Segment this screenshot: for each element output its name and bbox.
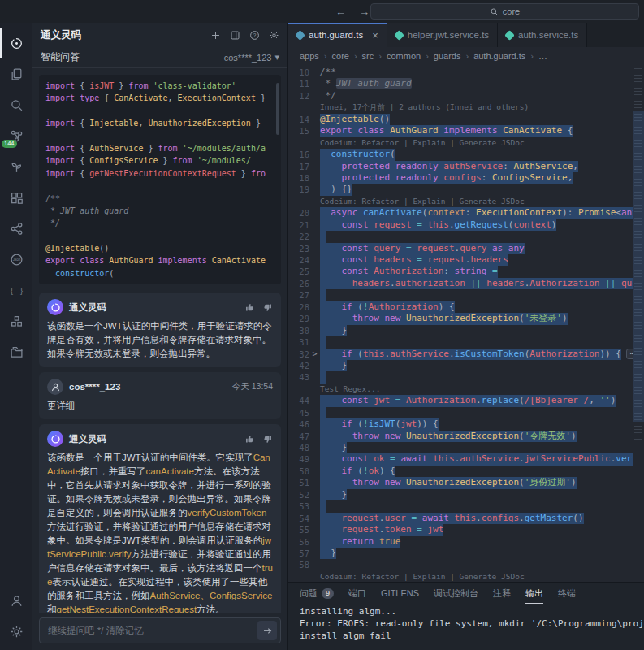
breadcrumb-item[interactable]: auth.guard.ts bbox=[473, 51, 525, 61]
activitybar-item-extensions[interactable] bbox=[0, 182, 32, 213]
activitybar-item-blocks[interactable] bbox=[0, 306, 32, 336]
line-number: 43 bbox=[288, 371, 309, 383]
code-token: const bbox=[342, 395, 369, 405]
folded-region-badge[interactable]: ⋯ bbox=[626, 349, 633, 359]
panel-tab-label: 调试控制台 bbox=[434, 587, 478, 600]
code-text: Codeium: Refactor | Explain | Generate J… bbox=[320, 137, 525, 149]
code-text: throw new UnauthorizedException('未登录') bbox=[320, 313, 568, 324]
code-row: 44 const jwt = Authorization.replace(/[B… bbox=[288, 395, 633, 406]
extensions-icon bbox=[10, 191, 24, 205]
help-icon[interactable]: ? bbox=[249, 30, 260, 41]
editor-tab[interactable]: auth.guard.ts× bbox=[288, 23, 387, 47]
thumbs-down-icon[interactable] bbox=[262, 434, 273, 444]
activitybar-item-tongyi-lingma[interactable] bbox=[0, 28, 32, 58]
code-token: async bbox=[331, 207, 357, 218]
nav-back-icon[interactable]: ← bbox=[335, 6, 346, 18]
activitybar-item-search[interactable] bbox=[0, 89, 32, 120]
code-token: this bbox=[455, 513, 477, 523]
code-row: 19 ) {} bbox=[288, 184, 633, 195]
tab-smart-qa[interactable]: 智能问答 bbox=[41, 50, 80, 64]
code-token[interactable]: Codeium: Refactor | Explain | Generate J… bbox=[320, 197, 525, 206]
thumbs-down-icon[interactable] bbox=[262, 302, 273, 313]
account-icon bbox=[10, 594, 24, 608]
code-token: protected bbox=[342, 172, 391, 183]
breadcrumb-item[interactable]: … bbox=[538, 51, 547, 61]
breadcrumb-item[interactable]: core bbox=[332, 51, 349, 61]
activitybar-item-folders[interactable] bbox=[0, 336, 32, 367]
code-row: 10/** bbox=[288, 67, 633, 78]
code-mention: canActivate bbox=[145, 466, 193, 476]
code-token: any bbox=[508, 243, 525, 254]
text-run: 方法进行验证，并将验证通过的用户信息存储在请求对象中。如果令牌是JWT类型的，则… bbox=[47, 522, 271, 545]
code-token: if bbox=[342, 301, 352, 312]
code-token: , bbox=[168, 93, 178, 102]
panel-tab-调试控制台[interactable]: 调试控制台 bbox=[434, 583, 478, 604]
chat-scroll-area[interactable]: import { isJWT } from 'class-validator'i… bbox=[32, 68, 287, 613]
panel-tab-端口[interactable]: 端口 bbox=[348, 583, 366, 604]
panel-tab-注释[interactable]: 注释 bbox=[493, 583, 511, 604]
panel-tab-输出[interactable]: 输出 bbox=[525, 583, 543, 604]
breadcrumb-item[interactable]: guards bbox=[434, 51, 461, 61]
code-token: query bbox=[374, 243, 400, 254]
thumbs-up-icon[interactable] bbox=[244, 302, 255, 313]
chat-input[interactable] bbox=[48, 626, 253, 635]
code-row: 28 if (!Authorization) { bbox=[288, 301, 633, 313]
code-token[interactable]: Test Regex... bbox=[320, 384, 380, 393]
settings-icon[interactable] bbox=[269, 30, 279, 41]
code-token: '~/modules/ bbox=[197, 156, 251, 165]
code-lines[interactable]: 10/**11 * JWT auth guard12 */Innei, 17个月… bbox=[288, 65, 633, 582]
message-time: 今天 13:54 bbox=[232, 381, 273, 392]
activitybar-item-settings[interactable] bbox=[0, 616, 32, 647]
code-token: jwt bbox=[427, 524, 443, 535]
code-token: ExecutionContext bbox=[178, 93, 256, 102]
code-text: const Authorization: string = bbox=[320, 266, 498, 277]
code-token[interactable]: Codeium: Refactor | Explain | Generate J… bbox=[320, 572, 525, 581]
line-number: 57 bbox=[288, 548, 309, 559]
open-panel-icon[interactable] bbox=[230, 30, 240, 41]
account-menu[interactable]: cos****_123 ▾ bbox=[224, 52, 279, 63]
activitybar-item-explorer[interactable] bbox=[0, 58, 32, 89]
code-token: JWT auth guard bbox=[336, 78, 412, 89]
breadcrumb-separator: › bbox=[354, 51, 357, 61]
code-token: ( bbox=[519, 313, 525, 323]
panel-tab-终端[interactable]: 终端 bbox=[558, 583, 576, 604]
panel-tab-GITLENS[interactable]: GITLENS bbox=[381, 583, 419, 604]
code-token[interactable]: Codeium: Refactor | Explain | Generate J… bbox=[320, 138, 525, 147]
line-number: 24 bbox=[288, 254, 309, 266]
panel-tab-问题[interactable]: 问题9 bbox=[300, 583, 334, 604]
user-avatar bbox=[47, 379, 63, 395]
code-text: protected readonly configs: ConfigsServi… bbox=[320, 172, 573, 184]
close-tab-icon[interactable]: × bbox=[372, 29, 378, 41]
thumbs-up-icon[interactable] bbox=[244, 434, 255, 444]
activitybar-item-braces[interactable]: {…} bbox=[0, 275, 32, 306]
activitybar-item-share[interactable] bbox=[0, 213, 32, 244]
send-button[interactable] bbox=[257, 621, 277, 640]
activitybar-item-account[interactable] bbox=[0, 585, 32, 616]
code-token bbox=[320, 172, 342, 183]
sidebar-subheader: 智能问答 cos****_123 ▾ bbox=[32, 47, 287, 68]
editor-tab[interactable]: auth.service.ts bbox=[498, 23, 587, 47]
activitybar-item-plant[interactable] bbox=[0, 151, 32, 182]
line-number: 56 bbox=[288, 536, 309, 548]
line-number: 28 bbox=[288, 301, 309, 313]
editor-tab[interactable]: helper.jwt.service.ts bbox=[387, 23, 498, 47]
activitybar-item-graph[interactable]: 144 bbox=[0, 120, 32, 151]
code-text: const request = this.getRequest(context) bbox=[320, 219, 556, 231]
activitybar-item-json[interactable]: Json bbox=[0, 244, 32, 275]
command-center-search[interactable]: core bbox=[370, 3, 639, 20]
output-content[interactable]: installing algm...Error: EROFS: read-onl… bbox=[288, 604, 644, 650]
fold-chevron-icon[interactable]: > bbox=[309, 349, 320, 360]
code-token: { bbox=[562, 125, 573, 136]
nav-forward-icon[interactable]: → bbox=[359, 6, 370, 18]
breadcrumb-item[interactable]: apps bbox=[300, 51, 319, 61]
code-token: constructor bbox=[331, 149, 390, 159]
breadcrumb-item[interactable]: src bbox=[362, 51, 374, 61]
code-row: 43 bbox=[288, 371, 633, 383]
code-token: fro bbox=[251, 169, 266, 178]
code-token: throw bbox=[352, 313, 379, 323]
minimap[interactable] bbox=[633, 65, 644, 582]
new-session-icon[interactable] bbox=[210, 30, 221, 41]
code-token: this bbox=[427, 219, 449, 230]
breadcrumb-item[interactable]: common bbox=[387, 51, 421, 61]
code-token[interactable]: Innei, 17个月前 | 2 authors (Innei and othe… bbox=[320, 102, 529, 111]
